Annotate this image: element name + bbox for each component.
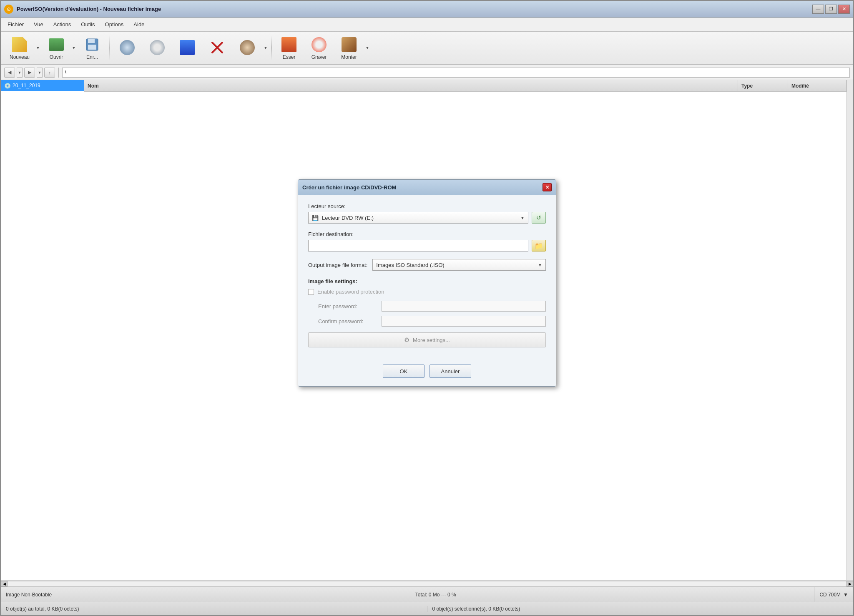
output-format-arrow: ▼ [538, 263, 542, 267]
output-format-select[interactable]: Images ISO Standard (.ISO) ▼ [372, 259, 546, 271]
browse-icon: 📁 [535, 242, 543, 250]
password-enable-checkbox[interactable] [308, 289, 314, 295]
dialog-close-button[interactable]: ✕ [543, 183, 552, 191]
image-settings-group: Image file settings: Enable password pro… [308, 278, 546, 347]
more-settings-button[interactable]: ⚙ More settings... [308, 332, 546, 347]
refresh-icon: ↺ [536, 214, 541, 221]
destination-label: Fichier destination: [308, 231, 546, 237]
main-window: ⊙ PowerISO(Version d'évaluation) - Nouve… [0, 0, 854, 616]
output-format-value: Images ISO Standard (.ISO) [376, 262, 444, 268]
source-select-value: Lecteur DVD RW (E:) [322, 215, 374, 221]
enter-password-row: Enter password: [308, 301, 546, 312]
dialog-footer: OK Annuler [298, 356, 556, 386]
destination-group: Fichier destination: 📁 [308, 231, 546, 251]
enter-password-input[interactable] [382, 301, 546, 312]
password-enable-label: Enable password protection [317, 289, 384, 295]
password-enable-row: Enable password protection [308, 289, 546, 295]
destination-input[interactable] [308, 240, 528, 251]
enter-password-label: Enter password: [318, 303, 377, 309]
ok-label: OK [400, 368, 408, 375]
destination-row: 📁 [308, 240, 546, 251]
refresh-button[interactable]: ↺ [532, 212, 546, 224]
settings-gear-icon: ⚙ [404, 336, 409, 344]
source-select-icon: 💾 [312, 215, 319, 221]
confirm-password-row: Confirm password: [308, 316, 546, 327]
source-row: 💾 Lecteur DVD RW (E:) ▼ ↺ [308, 212, 546, 224]
source-select[interactable]: 💾 Lecteur DVD RW (E:) ▼ [308, 212, 528, 224]
output-format-label: Output image file format: [308, 262, 367, 268]
confirm-password-label: Confirm password: [318, 318, 377, 324]
source-label: Lecteur source: [308, 203, 546, 209]
output-format-group: Output image file format: Images ISO Sta… [308, 259, 546, 271]
dialog-overlay: Créer un fichier image CD/DVD-ROM ✕ Lect… [0, 0, 854, 616]
source-select-arrow: ▼ [520, 216, 525, 220]
confirm-password-input[interactable] [382, 316, 546, 327]
annuler-label: Annuler [441, 368, 460, 375]
dialog-body: Lecteur source: 💾 Lecteur DVD RW (E:) ▼ … [298, 195, 556, 356]
dialog: Créer un fichier image CD/DVD-ROM ✕ Lect… [298, 179, 556, 387]
browse-button[interactable]: 📁 [532, 240, 546, 251]
source-group: Lecteur source: 💾 Lecteur DVD RW (E:) ▼ … [308, 203, 546, 224]
dialog-titlebar: Créer un fichier image CD/DVD-ROM ✕ [298, 180, 556, 195]
image-settings-label: Image file settings: [308, 278, 546, 284]
annuler-button[interactable]: Annuler [430, 365, 471, 378]
dialog-title: Créer un fichier image CD/DVD-ROM [302, 184, 543, 191]
ok-button[interactable]: OK [383, 365, 424, 378]
more-settings-label: More settings... [413, 337, 450, 343]
